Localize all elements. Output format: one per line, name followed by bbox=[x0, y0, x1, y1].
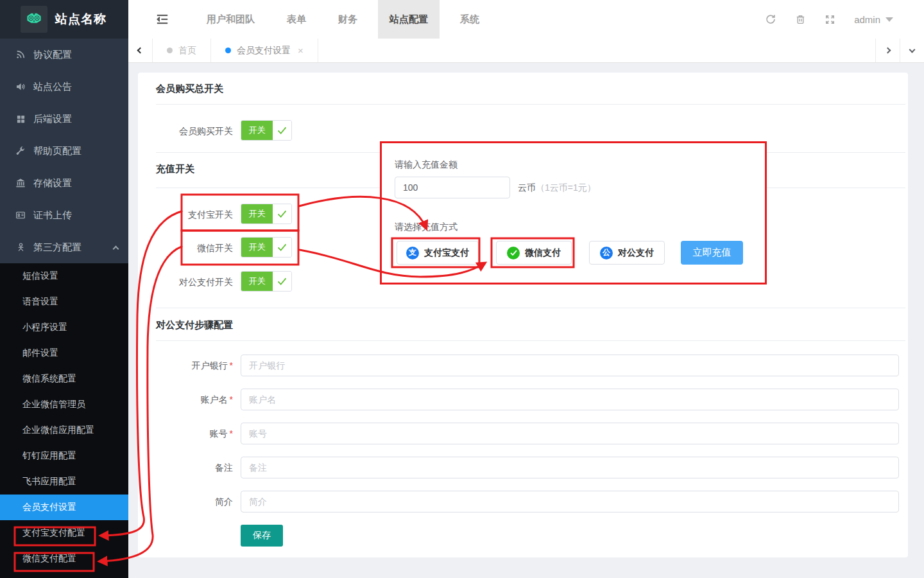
site-title: 站点名称 bbox=[55, 11, 107, 28]
required-asterisk: * bbox=[230, 428, 233, 439]
submenu-label: 会员支付设置 bbox=[22, 502, 76, 513]
submenu-item-member-payment[interactable]: 会员支付设置 bbox=[0, 495, 128, 520]
amount-label: 请输入充值金额 bbox=[395, 159, 458, 171]
sidebar-item-helppage[interactable]: 帮助页配置 bbox=[0, 135, 128, 167]
bank-input[interactable] bbox=[241, 355, 899, 376]
fullscreen-icon[interactable] bbox=[825, 14, 835, 25]
submenu-item-wecom-app[interactable]: 企业微信应用配置 bbox=[0, 417, 128, 443]
account-name-input[interactable] bbox=[241, 389, 899, 410]
pay-button-label: 微信支付 bbox=[525, 247, 561, 259]
sidebar-item-certificate[interactable]: 证书上传 bbox=[0, 199, 128, 231]
person-icon bbox=[15, 242, 26, 252]
site-logo bbox=[21, 6, 47, 33]
currency-unit: 云币（1云币=1元） bbox=[518, 182, 596, 194]
save-button[interactable]: 保存 bbox=[241, 525, 283, 547]
intro-input[interactable] bbox=[241, 491, 899, 512]
corporate-toggle[interactable]: 开关 bbox=[241, 271, 292, 292]
caret-down-icon bbox=[886, 17, 893, 22]
unit-note: （1云币=1元） bbox=[536, 182, 596, 193]
nav-item-users-teams[interactable]: 用户和团队 bbox=[195, 0, 266, 39]
chevron-down-icon bbox=[909, 46, 916, 53]
sidebar-item-label: 存储设置 bbox=[33, 177, 118, 189]
submenu-item-wechatpay-config[interactable]: 微信支付配置 bbox=[0, 546, 128, 572]
nav-item-site-config[interactable]: 站点配置 bbox=[378, 0, 440, 39]
tab-close-icon[interactable]: × bbox=[298, 45, 304, 56]
alipay-toggle[interactable]: 开关 bbox=[241, 204, 292, 224]
divider bbox=[156, 340, 905, 341]
submenu-label: 邮件设置 bbox=[22, 347, 58, 359]
recharge-amount-input[interactable] bbox=[395, 177, 510, 198]
submenu-item-voice[interactable]: 语音设置 bbox=[0, 289, 128, 315]
submenu-item-sms[interactable]: 短信设置 bbox=[0, 263, 128, 289]
section-title-recharge-switch: 充值开关 bbox=[156, 163, 194, 175]
submenu-item-feishu-app[interactable]: 飞书应用配置 bbox=[0, 469, 128, 495]
sidebar-item-protocol[interactable]: 协议配置 bbox=[0, 39, 128, 71]
nav-item-forms[interactable]: 表单 bbox=[275, 0, 318, 39]
submenu-label: 企业微信管理员 bbox=[22, 399, 85, 410]
submenu-item-mail[interactable]: 邮件设置 bbox=[0, 340, 128, 366]
recharge-panel: 请输入充值金额 云币（1云币=1元） 请选择充值方式 支 支付宝支付 微信支付 … bbox=[380, 141, 767, 285]
sidebar-item-thirdparty[interactable]: 第三方配置 bbox=[0, 231, 128, 263]
nav-label: 站点配置 bbox=[389, 13, 428, 26]
check-icon bbox=[273, 121, 291, 140]
sidebar-item-storage[interactable]: 存储设置 bbox=[0, 167, 128, 199]
wechat-toggle[interactable]: 开关 bbox=[241, 237, 292, 258]
tabs-scroll-left-button[interactable] bbox=[128, 39, 153, 62]
chevron-up-icon bbox=[113, 245, 119, 252]
trash-icon[interactable] bbox=[795, 13, 806, 25]
divider bbox=[156, 104, 905, 105]
tabs-scroll-right-button[interactable] bbox=[875, 39, 900, 62]
tabs-menu-button[interactable] bbox=[900, 39, 924, 62]
submenu-item-wechat-system[interactable]: 微信系统配置 bbox=[0, 366, 128, 392]
field-label-text: 账户名 bbox=[201, 394, 228, 405]
member-buy-toggle[interactable]: 开关 bbox=[241, 120, 292, 141]
toggle-on-label: 开关 bbox=[241, 121, 273, 140]
nav-label: 用户和团队 bbox=[207, 13, 255, 26]
submenu-item-dingtalk-app[interactable]: 钉钉应用配置 bbox=[0, 443, 128, 469]
submenu-item-miniprogram[interactable]: 小程序设置 bbox=[0, 315, 128, 340]
submenu-item-wecom-admin[interactable]: 企业微信管理员 bbox=[0, 392, 128, 417]
tab-dot-icon bbox=[167, 48, 173, 53]
remark-field-label: 备注 bbox=[138, 462, 233, 474]
tab-home[interactable]: 首页 bbox=[153, 39, 211, 62]
submenu-label: 微信系统配置 bbox=[22, 373, 76, 385]
field-label-text: 账号 bbox=[210, 428, 228, 439]
sidebar-item-backend[interactable]: 后端设置 bbox=[0, 103, 128, 135]
toggle-on-label: 开关 bbox=[241, 204, 273, 223]
account-number-input[interactable] bbox=[241, 423, 899, 444]
wechat-pay-button[interactable]: 微信支付 bbox=[496, 241, 572, 265]
sidebar: 站点名称 协议配置 站点公告 后端设置 帮助页配置 bbox=[0, 0, 128, 578]
submenu-item-alipay-config[interactable]: 支付宝支付配置 bbox=[0, 520, 128, 546]
section-title-corporate-steps: 对公支付步骤配置 bbox=[156, 319, 233, 331]
navbar-tools: admin bbox=[765, 13, 893, 25]
pay-button-label: 支付宝支付 bbox=[424, 247, 469, 259]
divider bbox=[156, 308, 905, 308]
sidebar-item-announcement[interactable]: 站点公告 bbox=[0, 71, 128, 103]
wechat-switch-label: 微信开关 bbox=[138, 243, 233, 254]
required-asterisk: * bbox=[230, 360, 233, 371]
section-title-member-switch: 会员购买总开关 bbox=[156, 83, 223, 95]
sidebar-item-label: 协议配置 bbox=[33, 49, 118, 61]
nav-item-system[interactable]: 系统 bbox=[449, 0, 491, 39]
bank-icon bbox=[15, 178, 26, 188]
submenu-label: 语音设置 bbox=[22, 296, 58, 308]
tab-dot-icon bbox=[225, 48, 231, 53]
remark-input[interactable] bbox=[241, 457, 899, 478]
check-icon bbox=[273, 272, 291, 291]
alipay-icon: 支 bbox=[406, 247, 419, 259]
tab-label: 首页 bbox=[178, 45, 196, 57]
tab-member-payment[interactable]: 会员支付设置 × bbox=[211, 39, 318, 62]
fold-menu-icon[interactable] bbox=[156, 13, 169, 25]
user-menu[interactable]: admin bbox=[854, 14, 893, 25]
nav-item-finance[interactable]: 财务 bbox=[327, 0, 369, 39]
required-asterisk: * bbox=[230, 394, 233, 405]
refresh-icon[interactable] bbox=[765, 13, 776, 25]
unit-text: 云币 bbox=[518, 182, 536, 193]
alipay-switch-label: 支付宝开关 bbox=[138, 209, 233, 221]
alipay-pay-button[interactable]: 支 支付宝支付 bbox=[397, 241, 479, 265]
toggle-on-label: 开关 bbox=[241, 238, 273, 257]
member-buy-switch-label: 会员购买开关 bbox=[138, 126, 233, 137]
recharge-now-button[interactable]: 立即充值 bbox=[681, 241, 743, 265]
sidebar-menu: 协议配置 站点公告 后端设置 帮助页配置 存储设置 bbox=[0, 39, 128, 263]
corporate-pay-button[interactable]: 公 对公支付 bbox=[589, 241, 665, 265]
